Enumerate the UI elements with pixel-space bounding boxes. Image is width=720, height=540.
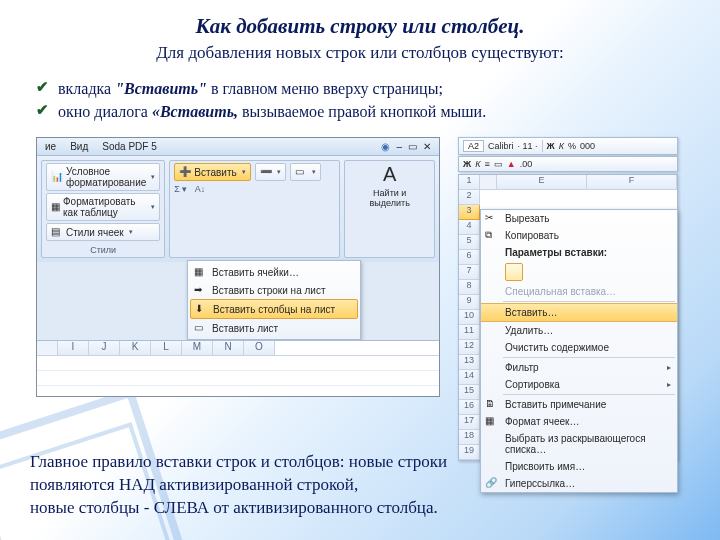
row-header[interactable]: 7 <box>459 265 480 280</box>
restore-icon[interactable]: ▭ <box>408 141 417 152</box>
window-controls: ◉ – ▭ ✕ <box>381 141 431 152</box>
row-header[interactable]: 9 <box>459 295 480 310</box>
conditional-formatting-button[interactable]: 📊 Условное форматирование▾ <box>46 163 160 191</box>
cells-group: ➕ Вставить▾ ➖▾ ▭▾ Σ ▾ A↓ <box>169 160 340 258</box>
menu-item[interactable]: Специальная вставка… <box>481 283 677 300</box>
note-icon: 🗎 <box>485 398 499 412</box>
insert-button[interactable]: ➕ Вставить▾ <box>174 163 250 181</box>
help-icon[interactable]: ◉ <box>381 141 390 152</box>
row-header[interactable]: 18 <box>459 430 480 445</box>
cell-styles-icon: ▤ <box>51 226 63 238</box>
italic-icon[interactable]: К <box>559 141 564 151</box>
submenu-arrow-icon: ▸ <box>667 363 671 372</box>
dropdown-item[interactable]: ➡Вставить строки на лист <box>190 281 358 299</box>
tab[interactable]: Soda PDF 5 <box>102 141 156 152</box>
menu-item[interactable]: ⧉Копировать <box>481 227 677 244</box>
row-header[interactable]: 4 <box>459 220 480 235</box>
fmt-table-icon: ▦ <box>51 201 60 213</box>
comma-icon[interactable]: 000 <box>580 141 595 151</box>
sheet-grid[interactable] <box>37 355 439 396</box>
delete-button[interactable]: ➖▾ <box>255 163 286 181</box>
menu-item-label: Сортировка <box>505 379 560 390</box>
find-select-button[interactable]: Найти и выделить <box>349 188 430 208</box>
styles-group: 📊 Условное форматирование▾ ▦ Форматирова… <box>41 160 165 258</box>
close-icon[interactable]: ✕ <box>423 141 431 152</box>
align-icon[interactable]: ≡ <box>484 159 489 169</box>
ribbon-tabs: ие Вид Soda PDF 5 ◉ – ▭ ✕ <box>37 138 439 156</box>
border-icon[interactable]: ▭ <box>494 159 503 169</box>
col-h[interactable]: J <box>89 341 120 355</box>
row-header[interactable]: 16 <box>459 400 480 415</box>
row-header[interactable]: 15 <box>459 385 480 400</box>
col-h[interactable]: E <box>497 175 587 190</box>
row-header[interactable]: 2 <box>459 190 480 205</box>
menu-item-label: Специальная вставка… <box>505 286 616 297</box>
tab[interactable]: Вид <box>70 141 88 152</box>
row-header[interactable]: 3 <box>459 205 480 220</box>
page-subtitle: Для добавления новых строк или столбцов … <box>30 43 690 63</box>
size-select[interactable]: · 11 · <box>518 141 538 151</box>
menu-item[interactable]: Сортировка▸ <box>481 376 677 393</box>
dropdown-item[interactable]: ▭Вставить лист <box>190 319 358 337</box>
row-header[interactable]: 8 <box>459 280 480 295</box>
cond-fmt-icon: 📊 <box>51 171 63 183</box>
item-label: Вставить лист <box>212 323 278 334</box>
menu-item[interactable]: Фильтр▸ <box>481 359 677 376</box>
namebox[interactable]: A2 <box>463 140 484 152</box>
bullet-text: вызываемое правой кнопкой мыши. <box>238 103 486 120</box>
col-h[interactable]: I <box>58 341 89 355</box>
col-h[interactable]: F <box>587 175 677 190</box>
menu-item[interactable]: ▦Формат ячеек… <box>481 413 677 430</box>
bold-icon[interactable]: Ж <box>547 141 555 151</box>
format-as-table-button[interactable]: ▦ Форматировать как таблицу▾ <box>46 193 160 221</box>
copy-icon: ⧉ <box>485 229 499 243</box>
delete-icon: ➖ <box>260 166 272 178</box>
col-h[interactable]: K <box>120 341 151 355</box>
insert-cols-icon: ⬇ <box>195 303 207 315</box>
mini-toolbar: A2 Calibri · 11 · Ж К % 000 <box>458 137 678 155</box>
col-h[interactable]: M <box>182 341 213 355</box>
dropdown-item-selected[interactable]: ⬇Вставить столбцы на лист <box>190 299 358 319</box>
cell-styles-button[interactable]: ▤ Стили ячеек▾ <box>46 223 160 241</box>
menu-item-label: Вставить примечание <box>505 399 606 410</box>
menu-item[interactable]: Вставить… <box>481 303 677 322</box>
decimal-icon[interactable]: .00 <box>520 159 533 169</box>
font-color-icon[interactable]: ▲ <box>507 159 516 169</box>
percent-icon[interactable]: % <box>568 141 576 151</box>
paste-option-icon[interactable] <box>505 263 523 281</box>
col-h[interactable]: O <box>244 341 275 355</box>
btn-label: Форматировать как таблицу <box>63 196 146 218</box>
bold-icon[interactable]: Ж <box>463 159 471 169</box>
col-h[interactable]: L <box>151 341 182 355</box>
column-headers: E F <box>480 175 677 190</box>
row-header[interactable]: 17 <box>459 415 480 430</box>
insert-dropdown: ▦Вставить ячейки… ➡Вставить строки на ли… <box>187 260 361 340</box>
row-header[interactable]: 6 <box>459 250 480 265</box>
menu-item[interactable]: 🗎Вставить примечание <box>481 396 677 413</box>
screenshot-ribbon: ие Вид Soda PDF 5 ◉ – ▭ ✕ 📊 Условное фор… <box>36 137 440 397</box>
row-header[interactable]: 1 <box>459 175 480 190</box>
row-header[interactable]: 10 <box>459 310 480 325</box>
font-select[interactable]: Calibri <box>488 141 514 151</box>
row-header[interactable]: 11 <box>459 325 480 340</box>
row-header[interactable]: 13 <box>459 355 480 370</box>
sort-filter[interactable]: Σ ▾ A↓ <box>174 184 205 194</box>
menu-header: Параметры вставки: <box>481 244 677 261</box>
tab[interactable]: ие <box>45 141 56 152</box>
dropdown-item[interactable]: ▦Вставить ячейки… <box>190 263 358 281</box>
menu-item[interactable]: Удалить… <box>481 322 677 339</box>
format-button[interactable]: ▭▾ <box>290 163 321 181</box>
row-header[interactable]: 12 <box>459 340 480 355</box>
row-header[interactable]: 14 <box>459 370 480 385</box>
col-h[interactable]: N <box>213 341 244 355</box>
minimize-icon[interactable]: – <box>396 141 402 152</box>
menu-item[interactable]: Очистить содержимое <box>481 339 677 356</box>
editing-group: A Найти и выделить <box>344 160 435 258</box>
paste-options-row <box>481 261 677 283</box>
group-label: Стили <box>46 245 160 255</box>
mini-toolbar-2: Ж К ≡ ▭ ▲ .00 <box>458 156 678 172</box>
submenu-arrow-icon: ▸ <box>667 380 671 389</box>
italic-icon[interactable]: К <box>475 159 480 169</box>
row-header[interactable]: 5 <box>459 235 480 250</box>
menu-item[interactable]: ✂Вырезать <box>481 210 677 227</box>
